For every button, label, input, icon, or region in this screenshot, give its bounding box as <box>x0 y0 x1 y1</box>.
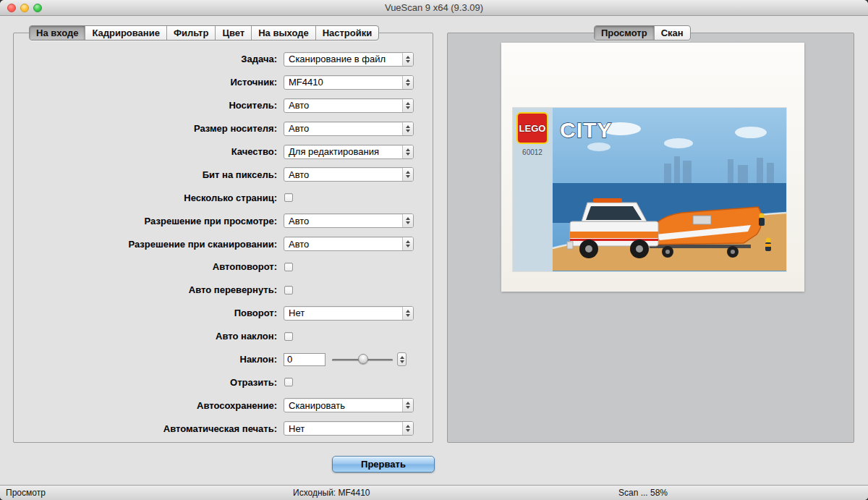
chevron-up-down-icon <box>402 399 413 412</box>
form-row: Бит на пиксель: Авто <box>14 163 433 186</box>
selected-value: Сканировать <box>284 400 402 411</box>
app-window: VueScan 9 x64 (9.3.09) На входе Кадриров… <box>0 0 868 500</box>
chevron-up-down-icon <box>402 53 413 66</box>
window-title: VueScan 9 x64 (9.3.09) <box>0 0 868 16</box>
source-select[interactable]: MF4410 <box>284 75 414 90</box>
selected-value: Авто <box>284 216 402 226</box>
preview-tab-bar: Просмотр Скан <box>594 25 691 41</box>
scan-resolution-select[interactable]: Авто <box>284 237 414 251</box>
scanned-lego-box-image: CITY LEGO 60012 <box>512 107 787 272</box>
field-label: Несколько страниц: <box>14 192 284 203</box>
slider-thumb[interactable] <box>358 354 368 364</box>
field-label: Источник: <box>14 77 284 88</box>
status-source: Исходный: MF4410 <box>293 486 370 500</box>
auto-skew-checkbox[interactable] <box>284 332 293 341</box>
preview-panel: Просмотр Скан <box>447 33 854 443</box>
form-row: Автоповорот: <box>14 255 433 279</box>
chevron-up-down-icon <box>402 76 413 89</box>
form-row: Авто наклон: <box>14 325 433 348</box>
tab-scan[interactable]: Скан <box>654 26 690 40</box>
tab-prefs[interactable]: Настройки <box>315 26 379 40</box>
form-row: Качество: Для редактирования <box>14 140 433 164</box>
tab-input[interactable]: На входе <box>30 26 85 40</box>
selected-value: Авто <box>284 169 402 180</box>
field-label: Авто перевернуть: <box>14 284 284 295</box>
chevron-up-down-icon <box>402 214 413 227</box>
field-label: Размер носителя: <box>14 123 284 134</box>
field-label: Поворот: <box>14 308 284 318</box>
chevron-up-down-icon <box>402 307 413 320</box>
field-label: Разрешение при сканировании: <box>14 239 284 250</box>
tab-color[interactable]: Цвет <box>215 26 251 40</box>
input-tab-bar: На входе Кадрирование Фильтр Цвет На вых… <box>29 25 379 41</box>
form-row: Авто перевернуть: <box>14 279 433 302</box>
tab-crop[interactable]: Кадрирование <box>85 26 166 40</box>
multi-page-checkbox[interactable] <box>284 193 293 202</box>
media-select[interactable]: Авто <box>284 98 414 113</box>
form-row: Источник: MF4410 <box>14 71 433 94</box>
rotation-select[interactable]: Нет <box>284 306 414 321</box>
chevron-up-down-icon <box>402 145 413 158</box>
field-label: Носитель: <box>14 100 284 111</box>
bits-per-pixel-select[interactable]: Авто <box>284 167 414 182</box>
selected-value: Нет <box>284 308 402 318</box>
form-row: Размер носителя: Авто <box>14 117 433 140</box>
selected-value: MF4410 <box>284 77 402 88</box>
city-logo-text: CITY <box>560 118 612 142</box>
tab-output[interactable]: На выходе <box>251 26 315 40</box>
auto-flip-checkbox[interactable] <box>284 286 293 295</box>
tab-preview[interactable]: Просмотр <box>595 26 654 40</box>
selected-value: Авто <box>284 123 402 134</box>
form-row: Задача: Сканирование в файл <box>14 48 433 71</box>
task-select[interactable]: Сканирование в файл <box>284 52 414 67</box>
field-label: Отразить: <box>14 377 284 388</box>
selected-value: Сканирование в файл <box>284 54 402 64</box>
field-label: Автосохранение: <box>14 400 284 411</box>
skew-stepper[interactable] <box>397 352 407 366</box>
mirror-checkbox[interactable] <box>284 378 293 386</box>
media-size-select[interactable]: Авто <box>284 122 414 136</box>
abort-button[interactable]: Прервать <box>332 456 435 473</box>
status-scan-progress: Scan ... 58% <box>618 486 668 500</box>
form-row: Наклон: <box>14 348 433 371</box>
form-row: Поворот: Нет <box>14 302 433 325</box>
titlebar[interactable]: VueScan 9 x64 (9.3.09) <box>0 0 868 16</box>
window-content: На входе Кадрирование Фильтр Цвет На вых… <box>0 16 868 485</box>
lego-logo-text: LEGO <box>519 123 546 134</box>
selected-value: Нет <box>284 423 402 434</box>
chevron-up-down-icon <box>402 122 413 135</box>
field-label: Авто наклон: <box>14 331 284 342</box>
selected-value: Для редактирования <box>284 146 402 157</box>
chevron-up-down-icon <box>402 237 413 250</box>
scan-settings-form: Задача: Сканирование в файл Источник: MF… <box>14 48 433 440</box>
field-label: Задача: <box>14 54 284 64</box>
auto-print-select[interactable]: Нет <box>284 421 414 436</box>
form-row: Разрешение при просмотре: Авто <box>14 209 433 232</box>
auto-rotate-checkbox[interactable] <box>284 263 293 271</box>
quality-select[interactable]: Для редактирования <box>284 145 414 159</box>
status-mode: Просмотр <box>6 486 46 500</box>
tab-filter[interactable]: Фильтр <box>166 26 216 40</box>
field-label: Наклон: <box>14 354 284 365</box>
settings-panel: На входе Кадрирование Фильтр Цвет На вых… <box>13 33 433 443</box>
set-number-text: 60012 <box>522 148 542 156</box>
field-label: Автоповорот: <box>14 261 284 272</box>
skew-input[interactable] <box>284 353 326 366</box>
skew-slider[interactable] <box>332 353 393 366</box>
selected-value: Авто <box>284 100 402 111</box>
scan-preview-paper[interactable]: CITY LEGO 60012 <box>501 43 804 292</box>
auto-save-select[interactable]: Сканировать <box>284 398 414 412</box>
status-bar: Просмотр Исходный: MF4410 Scan ... 58% <box>0 485 868 500</box>
field-label: Разрешение при просмотре: <box>14 216 284 226</box>
chevron-up-down-icon <box>402 168 413 181</box>
form-row: Носитель: Авто <box>14 94 433 117</box>
field-label: Бит на пиксель: <box>14 169 284 180</box>
field-label: Качество: <box>14 146 284 157</box>
selected-value: Авто <box>284 239 402 250</box>
form-row: Отразить: <box>14 370 433 394</box>
chevron-up-down-icon <box>402 422 413 435</box>
preview-resolution-select[interactable]: Авто <box>284 213 414 228</box>
form-row: Автосохранение: Сканировать <box>14 394 433 417</box>
form-row: Автоматическая печать: Нет <box>14 417 433 440</box>
chevron-up-down-icon <box>402 99 413 112</box>
